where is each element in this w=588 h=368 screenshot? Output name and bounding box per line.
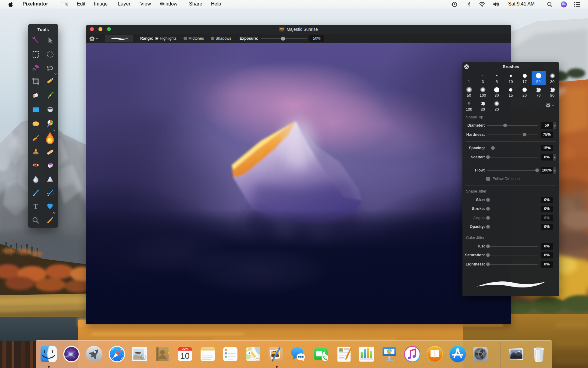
svg-text:10: 10 bbox=[180, 351, 190, 361]
svg-text:3D: 3D bbox=[256, 357, 259, 360]
svg-text:JUN: JUN bbox=[182, 347, 188, 350]
svg-text:T: T bbox=[34, 202, 38, 210]
